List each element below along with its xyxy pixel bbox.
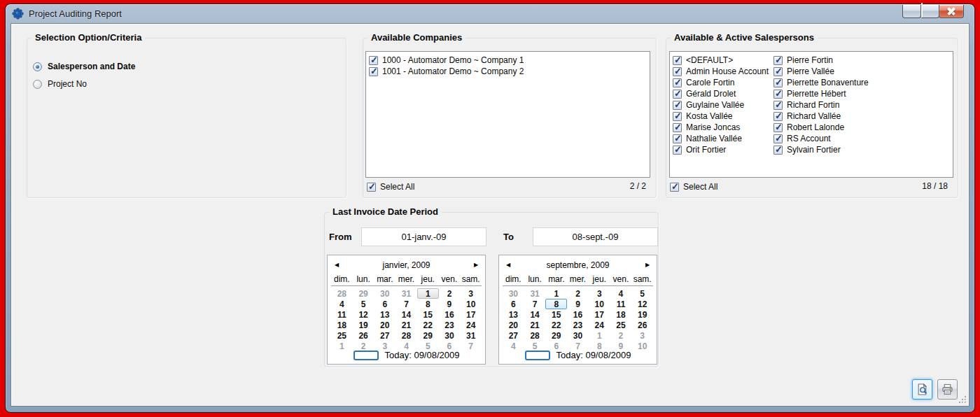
salesperson-item[interactable]: Guylaine Vallée bbox=[673, 99, 774, 111]
calendar-prev-arrow[interactable]: ◀ bbox=[503, 259, 514, 270]
calendar-today-row[interactable]: Today: 09/08/2009 bbox=[499, 350, 657, 360]
calendar-day[interactable]: 26 bbox=[353, 330, 374, 341]
calendar-day[interactable]: 29 bbox=[545, 330, 567, 341]
calendar-day[interactable]: 24 bbox=[460, 320, 482, 330]
salesperson-item[interactable]: Robert Lalonde bbox=[774, 122, 953, 133]
salespersons-select-all[interactable]: Select All bbox=[670, 181, 718, 192]
salesperson-item[interactable]: Carole Fortin bbox=[673, 77, 774, 88]
calendar-month-title[interactable]: septembre, 2009 bbox=[546, 260, 609, 270]
calendar-next-arrow[interactable]: ▶ bbox=[642, 259, 653, 270]
calendar-day[interactable]: 20 bbox=[503, 320, 524, 330]
calendar-day[interactable]: 12 bbox=[353, 309, 374, 320]
calendar-prev-arrow[interactable]: ◀ bbox=[331, 259, 342, 270]
calendar-day[interactable]: 31 bbox=[460, 330, 482, 341]
calendar-day[interactable]: 23 bbox=[567, 320, 589, 330]
calendar-day[interactable]: 16 bbox=[439, 309, 461, 320]
calendar-day[interactable]: 15 bbox=[545, 309, 567, 320]
calendar-day[interactable]: 21 bbox=[524, 320, 546, 330]
calendar-day[interactable]: 3 bbox=[589, 288, 610, 299]
salesperson-item[interactable]: Pierre Fortin bbox=[774, 55, 953, 66]
calendar-day[interactable]: 21 bbox=[396, 320, 417, 330]
calendar-day[interactable]: 30 bbox=[374, 288, 396, 299]
calendar-day[interactable]: 30 bbox=[439, 330, 461, 341]
calendar-day[interactable]: 25 bbox=[331, 330, 353, 341]
to-date-field[interactable]: 08-sept.-09 bbox=[533, 227, 658, 246]
calendar-day[interactable]: 14 bbox=[524, 309, 546, 320]
salesperson-item[interactable]: Sylvain Fortier bbox=[774, 144, 953, 155]
salesperson-item[interactable]: <DEFAULT> bbox=[673, 55, 774, 66]
calendar-day[interactable]: 7 bbox=[524, 299, 546, 309]
calendar-day[interactable]: 26 bbox=[631, 320, 653, 330]
salesperson-item[interactable]: Gérald Drolet bbox=[673, 88, 774, 99]
companies-list[interactable]: 1000 - Automator Demo ~ Company 11001 - … bbox=[365, 51, 650, 178]
calendar-day[interactable]: 31 bbox=[524, 288, 546, 299]
calendar-day[interactable]: 19 bbox=[631, 309, 653, 320]
calendar-day[interactable]: 2 bbox=[567, 288, 589, 299]
calendar-day[interactable]: 29 bbox=[353, 288, 374, 299]
company-item[interactable]: 1001 - Automator Demo ~ Company 2 bbox=[369, 66, 650, 77]
salesperson-item[interactable]: Kosta Vallée bbox=[673, 111, 774, 122]
calendar-today-row[interactable]: Today: 09/08/2009 bbox=[328, 350, 485, 360]
calendar-day[interactable]: 6 bbox=[503, 299, 524, 309]
calendar-day[interactable]: 13 bbox=[374, 309, 396, 320]
company-item[interactable]: 1000 - Automator Demo ~ Company 1 bbox=[369, 55, 650, 66]
calendar-day[interactable]: 1 bbox=[589, 330, 610, 341]
calendar-day[interactable]: 22 bbox=[545, 320, 567, 330]
salespersons-list[interactable]: <DEFAULT>Admin House AccountCarole Forti… bbox=[669, 51, 953, 178]
calendar-day[interactable]: 30 bbox=[567, 330, 589, 341]
calendar-day[interactable]: 9 bbox=[439, 299, 461, 309]
calendar-day[interactable]: 16 bbox=[567, 309, 589, 320]
calendar-day[interactable]: 27 bbox=[503, 330, 524, 341]
calendar-day[interactable]: 1 bbox=[417, 288, 439, 299]
calendar-day[interactable]: 28 bbox=[396, 330, 417, 341]
close-button[interactable] bbox=[939, 5, 964, 18]
calendar-today-label[interactable]: Today: 09/08/2009 bbox=[385, 350, 460, 360]
calendar-today-box-icon[interactable] bbox=[525, 351, 550, 360]
salesperson-item[interactable]: Richard Fortin bbox=[774, 99, 953, 111]
radio-project-no[interactable]: Project No bbox=[33, 78, 87, 90]
calendar-day[interactable]: 30 bbox=[503, 288, 524, 299]
calendar-day[interactable]: 14 bbox=[396, 309, 417, 320]
calendar-day[interactable]: 15 bbox=[417, 309, 439, 320]
calendar-day[interactable]: 18 bbox=[331, 320, 353, 330]
calendar-day[interactable]: 2 bbox=[439, 288, 461, 299]
calendar-day[interactable]: 12 bbox=[631, 299, 653, 309]
print-preview-button[interactable] bbox=[912, 379, 932, 400]
calendar-day[interactable]: 11 bbox=[331, 309, 353, 320]
calendar-day[interactable]: 22 bbox=[417, 320, 439, 330]
salesperson-item[interactable]: Admin House Account bbox=[673, 66, 774, 77]
salesperson-item[interactable]: Pierrette Hébert bbox=[774, 88, 953, 99]
calendar-day[interactable]: 10 bbox=[589, 299, 610, 309]
resize-grip[interactable] bbox=[958, 395, 967, 404]
calendar-day[interactable]: 10 bbox=[460, 299, 482, 309]
calendar-day[interactable]: 17 bbox=[460, 309, 482, 320]
salesperson-item[interactable]: Pierrette Bonaventure bbox=[774, 77, 953, 88]
calendar-month-title[interactable]: janvier, 2009 bbox=[382, 260, 430, 270]
calendar-today-label[interactable]: Today: 09/08/2009 bbox=[556, 350, 631, 360]
calendar-day[interactable]: 13 bbox=[503, 309, 524, 320]
from-date-field[interactable]: 01-janv.-09 bbox=[361, 227, 486, 246]
salesperson-item[interactable]: Nathalie Vallée bbox=[673, 133, 774, 144]
calendar-day[interactable]: 1 bbox=[545, 288, 567, 299]
calendar-day[interactable]: 27 bbox=[374, 330, 396, 341]
calendar-today-box-icon[interactable] bbox=[354, 351, 379, 360]
salesperson-item[interactable]: Richard Vallée bbox=[774, 111, 953, 122]
minimize-button[interactable] bbox=[902, 5, 921, 18]
calendar-day[interactable]: 31 bbox=[396, 288, 417, 299]
calendar-day[interactable]: 28 bbox=[524, 330, 546, 341]
calendar-day[interactable]: 28 bbox=[331, 288, 353, 299]
calendar-day[interactable]: 24 bbox=[589, 320, 610, 330]
maximize-button[interactable] bbox=[920, 5, 939, 18]
calendar-day[interactable]: 8 bbox=[545, 299, 567, 309]
calendar-day[interactable]: 29 bbox=[417, 330, 439, 341]
calendar-day[interactable]: 9 bbox=[567, 299, 589, 309]
calendar-next-arrow[interactable]: ▶ bbox=[470, 259, 482, 270]
calendar-day[interactable]: 17 bbox=[589, 309, 610, 320]
calendar-day[interactable]: 8 bbox=[417, 299, 439, 309]
calendar-day[interactable]: 7 bbox=[396, 299, 417, 309]
radio-salesperson-and-date[interactable]: Salesperson and Date bbox=[33, 61, 135, 72]
print-button[interactable] bbox=[937, 379, 958, 400]
salesperson-item[interactable]: Orit Fortier bbox=[673, 144, 774, 155]
calendar-day[interactable]: 3 bbox=[631, 330, 653, 341]
calendar-day[interactable]: 2 bbox=[610, 330, 632, 341]
